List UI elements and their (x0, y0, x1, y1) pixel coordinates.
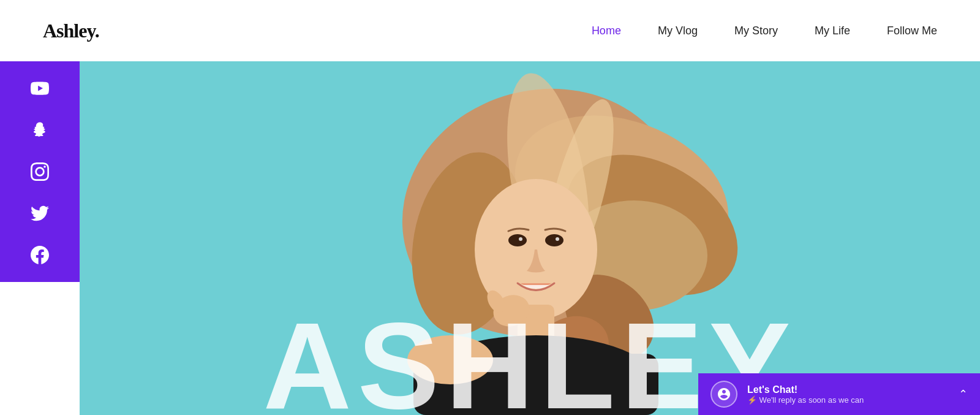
nav: Home My Vlog My Story My Life Follow Me (592, 25, 937, 37)
facebook-icon[interactable] (0, 234, 80, 276)
nav-item-follow-me[interactable]: Follow Me (887, 25, 937, 37)
svg-point-16 (519, 237, 522, 241)
svg-point-14 (508, 234, 527, 246)
chat-expand-icon[interactable]: ⌃ (959, 387, 968, 401)
nav-item-my-life[interactable]: My Life (815, 25, 850, 37)
svg-point-15 (545, 234, 564, 246)
chat-avatar-icon (717, 387, 731, 402)
chat-widget[interactable]: Let's Chat! ⚡ We'll reply as soon as we … (698, 373, 980, 415)
social-sidebar (0, 61, 80, 282)
chat-title: Let's Chat! (747, 384, 949, 395)
youtube-icon[interactable] (0, 67, 80, 109)
twitter-icon[interactable] (0, 192, 80, 234)
nav-item-home[interactable]: Home (592, 25, 621, 37)
chat-avatar (710, 381, 737, 408)
hero-section: ASHLEY (80, 61, 980, 415)
nav-item-my-story[interactable]: My Story (734, 25, 778, 37)
instagram-icon[interactable] (0, 151, 80, 192)
header: Ashley. Home My Vlog My Story My Life Fo… (0, 0, 980, 61)
logo[interactable]: Ashley. (43, 20, 99, 42)
snapchat-icon[interactable] (0, 109, 80, 151)
chat-subtitle: ⚡ We'll reply as soon as we can (747, 395, 949, 405)
chat-text: Let's Chat! ⚡ We'll reply as soon as we … (747, 384, 949, 405)
svg-point-17 (556, 237, 559, 241)
nav-item-my-vlog[interactable]: My Vlog (658, 25, 698, 37)
